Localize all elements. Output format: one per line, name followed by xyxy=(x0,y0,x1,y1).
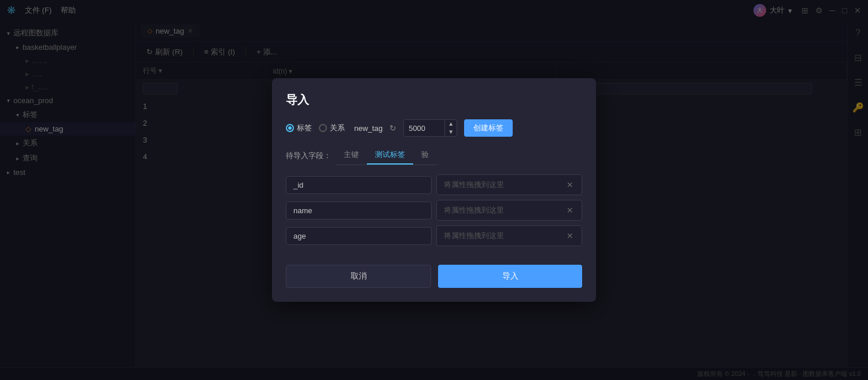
radio-tag-circle xyxy=(286,124,294,132)
field-name-age: age xyxy=(286,227,432,245)
field-close-name[interactable]: ✕ xyxy=(565,204,575,216)
fields-section: _id 将属性拖拽到这里 ✕ name 将属性拖拽到这里 ✕ age xyxy=(286,174,582,246)
tag-name-display: new_tag xyxy=(354,124,382,133)
radio-tag[interactable]: 标签 xyxy=(286,123,312,133)
radio-relation-label: 关系 xyxy=(330,123,345,133)
field-row-name: name 将属性拖拽到这里 ✕ xyxy=(286,200,582,221)
import-type-row: 标签 关系 new_tag ↻ ▲ ▼ 创建标签 xyxy=(286,119,582,137)
field-drop-age[interactable]: 将属性拖拽到这里 ✕ xyxy=(436,225,582,246)
field-name-id: _id xyxy=(286,176,432,194)
cancel-button[interactable]: 取消 xyxy=(286,265,431,288)
count-input[interactable] xyxy=(404,122,444,135)
field-row-age: age 将属性拖拽到这里 ✕ xyxy=(286,225,582,246)
fields-header: 待导入字段： 主键 测试标签 验 xyxy=(286,146,582,165)
radio-tag-label: 标签 xyxy=(297,123,312,133)
refresh-tag-icon[interactable]: ↻ xyxy=(389,123,396,133)
field-drop-name[interactable]: 将属性拖拽到这里 ✕ xyxy=(436,200,582,221)
count-up-button[interactable]: ▲ xyxy=(445,120,457,128)
tab-test-tag[interactable]: 测试标签 xyxy=(367,146,413,165)
tab-main-key[interactable]: 主键 xyxy=(336,146,367,165)
fields-label: 待导入字段： xyxy=(286,151,331,161)
radio-relation[interactable]: 关系 xyxy=(319,123,345,133)
field-close-id[interactable]: ✕ xyxy=(565,179,575,191)
modal-title: 导入 xyxy=(286,92,582,108)
field-drop-id[interactable]: 将属性拖拽到这里 ✕ xyxy=(436,174,582,195)
import-modal: 导入 标签 关系 new_tag ↻ ▲ ▼ 创建标签 xyxy=(272,78,596,302)
modal-overlay: 导入 标签 关系 new_tag ↻ ▲ ▼ 创建标签 xyxy=(0,0,868,380)
count-arrows: ▲ ▼ xyxy=(444,120,457,136)
field-row-id: _id 将属性拖拽到这里 ✕ xyxy=(286,174,582,195)
radio-relation-circle xyxy=(319,124,327,132)
field-name-name: name xyxy=(286,202,432,220)
field-tabs: 主键 测试标签 验 xyxy=(336,146,437,165)
import-button[interactable]: 导入 xyxy=(438,265,582,288)
create-tag-button[interactable]: 创建标签 xyxy=(464,119,513,137)
count-down-button[interactable]: ▼ xyxy=(445,128,457,136)
field-close-age[interactable]: ✕ xyxy=(565,230,575,242)
modal-footer: 取消 导入 xyxy=(286,265,582,288)
tab-verify[interactable]: 验 xyxy=(413,146,437,165)
count-control: ▲ ▼ xyxy=(403,119,457,137)
